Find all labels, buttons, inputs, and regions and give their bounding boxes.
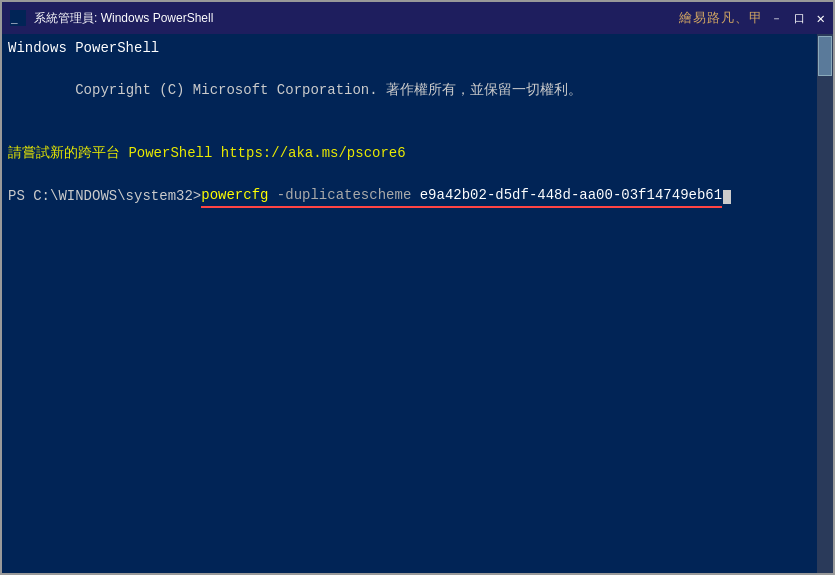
output-line-4: 請嘗試新的跨平台 PowerShell https://aka.ms/pscor…: [8, 143, 811, 164]
output-line-3: [8, 122, 811, 143]
title-bar-left: _ 系統管理員: Windows PowerShell: [10, 10, 213, 27]
scrollbar-thumb[interactable]: [818, 36, 832, 76]
close-button[interactable]: ✕: [817, 10, 825, 27]
powershell-icon: _: [10, 10, 26, 26]
cmd-flag: -duplicatescheme: [268, 187, 411, 203]
terminal-content[interactable]: Windows PowerShell Copyright (C) Microso…: [2, 34, 817, 573]
cmd-arg: e9a42b02-d5df-448d-aa00-03f14749eb61: [411, 187, 722, 203]
copyright-text: Copyright (C) Microsoft Corporation. 著作權…: [75, 82, 582, 98]
output-line-1: Windows PowerShell: [8, 38, 811, 59]
prompt-text: PS C:\WINDOWS\system32>: [8, 186, 201, 207]
output-line-2: Copyright (C) Microsoft Corporation. 著作權…: [8, 59, 811, 122]
svg-text:_: _: [10, 14, 18, 26]
title-bar: _ 系統管理員: Windows PowerShell 繪易路凡、甲 － 口 ✕: [2, 2, 833, 34]
watermark-text: 繪易路凡、甲: [679, 9, 763, 27]
title-bar-controls: 繪易路凡、甲 － 口 ✕: [679, 9, 825, 28]
powershell-window: _ 系統管理員: Windows PowerShell 繪易路凡、甲 － 口 ✕…: [0, 0, 835, 575]
command-line[interactable]: PS C:\WINDOWS\system32> powercfg -duplic…: [8, 185, 811, 208]
cmd-main: powercfg: [201, 187, 268, 203]
window-title: 系統管理員: Windows PowerShell: [34, 10, 213, 27]
command-block: powercfg -duplicatescheme e9a42b02-d5df-…: [201, 185, 722, 208]
minimize-button[interactable]: －: [767, 9, 786, 28]
restore-button[interactable]: 口: [790, 9, 809, 28]
scrollbar[interactable]: [817, 34, 833, 573]
terminal-body[interactable]: Windows PowerShell Copyright (C) Microso…: [2, 34, 833, 573]
output-line-5: [8, 164, 811, 185]
cursor: [723, 190, 731, 204]
